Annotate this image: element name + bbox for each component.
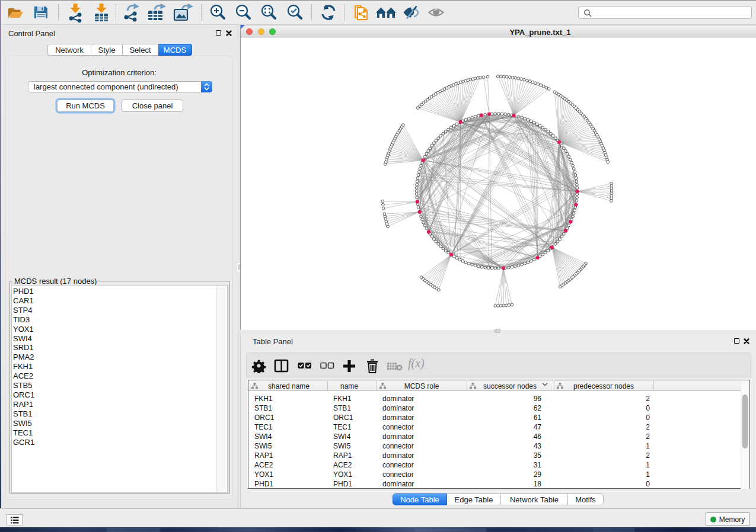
svg-text:18: 18 (534, 480, 542, 488)
svg-text:46: 46 (534, 432, 542, 441)
svg-text:SWI5: SWI5 (333, 442, 351, 450)
svg-text:connector: connector (382, 461, 414, 469)
svg-text:dominator: dominator (382, 395, 414, 403)
svg-text:YOX1: YOX1 (333, 470, 352, 479)
svg-text:MCDS role: MCDS role (404, 382, 439, 390)
svg-text:61: 61 (534, 414, 542, 422)
svg-text:35: 35 (534, 451, 542, 460)
svg-text:RAP1: RAP1 (254, 451, 273, 460)
svg-text:dominator: dominator (382, 451, 414, 460)
svg-text:SWI5: SWI5 (254, 442, 272, 450)
svg-text:0: 0 (646, 480, 650, 488)
svg-text:ACE2: ACE2 (333, 461, 352, 469)
svg-text:dominator: dominator (382, 480, 414, 488)
svg-text:name: name (340, 382, 358, 390)
svg-text:2: 2 (646, 423, 650, 431)
svg-text:TEC1: TEC1 (333, 423, 352, 431)
svg-text:1: 1 (646, 470, 650, 479)
svg-text:TEC1: TEC1 (254, 423, 273, 431)
svg-text:ORC1: ORC1 (254, 414, 275, 422)
svg-text:PHD1: PHD1 (254, 480, 273, 488)
svg-text:shared name: shared name (268, 382, 310, 390)
svg-text:2: 2 (646, 451, 650, 460)
svg-text:43: 43 (534, 442, 542, 450)
svg-text:RAP1: RAP1 (333, 451, 352, 460)
svg-text:1: 1 (646, 442, 650, 450)
svg-text:2: 2 (646, 432, 650, 441)
svg-text:0: 0 (646, 404, 650, 412)
svg-text:SWI4: SWI4 (333, 432, 351, 441)
svg-text:STB1: STB1 (254, 404, 272, 412)
svg-text:96: 96 (534, 395, 542, 403)
svg-text:47: 47 (534, 423, 542, 431)
svg-text:connector: connector (382, 442, 414, 450)
svg-text:SWI4: SWI4 (254, 432, 272, 441)
svg-text:1: 1 (646, 461, 650, 469)
svg-text:connector: connector (382, 423, 414, 431)
svg-text:31: 31 (534, 461, 542, 469)
svg-text:successor nodes: successor nodes (483, 382, 537, 390)
svg-text:FKH1: FKH1 (333, 395, 352, 403)
svg-text:STB1: STB1 (333, 404, 351, 412)
svg-text:29: 29 (534, 470, 542, 479)
svg-text:ACE2: ACE2 (254, 461, 273, 469)
svg-text:dominator: dominator (382, 432, 414, 441)
svg-text:predecessor nodes: predecessor nodes (573, 382, 634, 390)
svg-text:0: 0 (646, 414, 650, 422)
svg-text:connector: connector (382, 470, 414, 479)
svg-text:2: 2 (646, 395, 650, 403)
svg-text:ORC1: ORC1 (333, 414, 353, 422)
svg-text:YOX1: YOX1 (254, 470, 273, 479)
svg-text:62: 62 (534, 404, 542, 412)
svg-text:dominator: dominator (382, 404, 414, 412)
svg-text:dominator: dominator (382, 414, 414, 422)
svg-text:FKH1: FKH1 (254, 395, 273, 403)
svg-text:PHD1: PHD1 (333, 480, 352, 488)
